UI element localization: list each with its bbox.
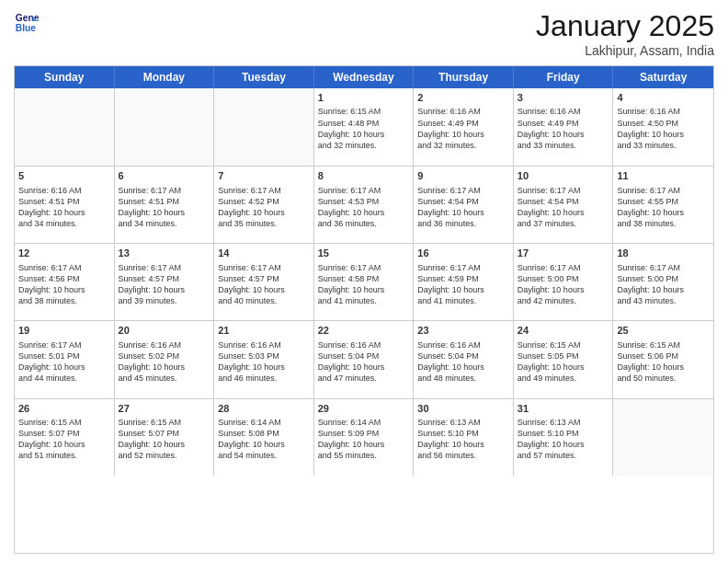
- day-cell: 27Sunrise: 6:15 AM Sunset: 5:07 PM Dayli…: [115, 399, 215, 476]
- day-cell: 11Sunrise: 6:17 AM Sunset: 4:55 PM Dayli…: [613, 167, 713, 243]
- day-number: 14: [218, 247, 310, 260]
- day-cell: 19Sunrise: 6:17 AM Sunset: 5:01 PM Dayli…: [15, 321, 115, 397]
- day-number: 24: [518, 324, 609, 338]
- day-cell: 24Sunrise: 6:15 AM Sunset: 5:05 PM Dayli…: [514, 321, 614, 397]
- day-cell: [115, 88, 215, 166]
- day-info: Sunrise: 6:15 AM Sunset: 5:07 PM Dayligh…: [119, 417, 210, 462]
- day-info: Sunrise: 6:17 AM Sunset: 4:52 PM Dayligh…: [218, 185, 310, 230]
- day-info: Sunrise: 6:17 AM Sunset: 4:58 PM Dayligh…: [318, 262, 410, 307]
- day-number: 18: [617, 247, 710, 260]
- day-cell: 10Sunrise: 6:17 AM Sunset: 4:54 PM Dayli…: [514, 167, 614, 243]
- day-info: Sunrise: 6:13 AM Sunset: 5:10 PM Dayligh…: [417, 417, 509, 462]
- day-number: 25: [617, 324, 710, 338]
- location: Lakhipur, Assam, India: [536, 43, 714, 58]
- day-cell: 3Sunrise: 6:16 AM Sunset: 4:49 PM Daylig…: [514, 88, 614, 166]
- day-info: Sunrise: 6:17 AM Sunset: 4:53 PM Dayligh…: [318, 185, 410, 230]
- day-number: 20: [119, 324, 210, 338]
- day-number: 31: [518, 402, 609, 416]
- day-cell: 15Sunrise: 6:17 AM Sunset: 4:58 PM Dayli…: [314, 244, 415, 320]
- day-info: Sunrise: 6:16 AM Sunset: 5:04 PM Dayligh…: [318, 339, 410, 385]
- day-info: Sunrise: 6:17 AM Sunset: 5:00 PM Dayligh…: [617, 262, 710, 307]
- day-number: 22: [318, 324, 410, 338]
- day-number: 27: [119, 402, 210, 416]
- day-header-monday: Monday: [115, 66, 215, 88]
- day-info: Sunrise: 6:16 AM Sunset: 4:51 PM Dayligh…: [18, 185, 110, 230]
- day-number: 9: [417, 169, 509, 183]
- day-cell: 9Sunrise: 6:17 AM Sunset: 4:54 PM Daylig…: [414, 167, 514, 243]
- day-info: Sunrise: 6:17 AM Sunset: 5:00 PM Dayligh…: [518, 262, 609, 307]
- week-row: 12Sunrise: 6:17 AM Sunset: 4:56 PM Dayli…: [15, 243, 713, 320]
- day-info: Sunrise: 6:15 AM Sunset: 4:48 PM Dayligh…: [318, 106, 410, 151]
- day-info: Sunrise: 6:15 AM Sunset: 5:06 PM Dayligh…: [617, 339, 710, 385]
- day-info: Sunrise: 6:17 AM Sunset: 4:57 PM Dayligh…: [119, 262, 210, 307]
- calendar: SundayMondayTuesdayWednesdayThursdayFrid…: [14, 65, 714, 554]
- day-cell: 29Sunrise: 6:14 AM Sunset: 5:09 PM Dayli…: [314, 399, 415, 476]
- day-cell: 25Sunrise: 6:15 AM Sunset: 5:06 PM Dayli…: [613, 321, 713, 397]
- day-header-sunday: Sunday: [15, 66, 115, 88]
- day-cell: [214, 88, 314, 166]
- svg-text:Blue: Blue: [16, 23, 37, 33]
- day-number: 15: [318, 247, 410, 260]
- day-number: 23: [417, 324, 509, 338]
- day-number: 28: [218, 402, 310, 416]
- day-info: Sunrise: 6:16 AM Sunset: 5:04 PM Dayligh…: [417, 339, 509, 385]
- day-cell: 23Sunrise: 6:16 AM Sunset: 5:04 PM Dayli…: [414, 321, 514, 397]
- week-row: 1Sunrise: 6:15 AM Sunset: 4:48 PM Daylig…: [15, 88, 713, 166]
- day-info: Sunrise: 6:16 AM Sunset: 4:50 PM Dayligh…: [617, 106, 710, 151]
- day-number: 29: [318, 402, 410, 416]
- day-number: 16: [417, 247, 509, 260]
- day-cell: 20Sunrise: 6:16 AM Sunset: 5:02 PM Dayli…: [115, 321, 215, 397]
- day-info: Sunrise: 6:17 AM Sunset: 5:01 PM Dayligh…: [18, 339, 110, 385]
- calendar-body: 1Sunrise: 6:15 AM Sunset: 4:48 PM Daylig…: [15, 88, 713, 553]
- day-cell: [613, 399, 713, 476]
- day-number: 10: [518, 169, 609, 183]
- day-cell: 1Sunrise: 6:15 AM Sunset: 4:48 PM Daylig…: [314, 88, 415, 166]
- week-row: 5Sunrise: 6:16 AM Sunset: 4:51 PM Daylig…: [15, 166, 713, 243]
- day-info: Sunrise: 6:16 AM Sunset: 5:03 PM Dayligh…: [218, 339, 310, 385]
- day-cell: 30Sunrise: 6:13 AM Sunset: 5:10 PM Dayli…: [414, 399, 514, 476]
- day-info: Sunrise: 6:14 AM Sunset: 5:09 PM Dayligh…: [318, 417, 410, 462]
- day-header-saturday: Saturday: [613, 66, 713, 88]
- week-row: 26Sunrise: 6:15 AM Sunset: 5:07 PM Dayli…: [15, 398, 713, 476]
- logo-icon: General Blue: [14, 9, 40, 35]
- day-cell: 5Sunrise: 6:16 AM Sunset: 4:51 PM Daylig…: [15, 167, 115, 243]
- day-cell: 4Sunrise: 6:16 AM Sunset: 4:50 PM Daylig…: [613, 88, 713, 166]
- week-row: 19Sunrise: 6:17 AM Sunset: 5:01 PM Dayli…: [15, 320, 713, 397]
- logo: General Blue: [14, 9, 40, 35]
- day-info: Sunrise: 6:17 AM Sunset: 4:59 PM Dayligh…: [417, 262, 509, 307]
- day-number: 4: [617, 91, 710, 105]
- day-info: Sunrise: 6:17 AM Sunset: 4:54 PM Dayligh…: [417, 185, 509, 230]
- day-header-wednesday: Wednesday: [314, 66, 415, 88]
- day-cell: 6Sunrise: 6:17 AM Sunset: 4:51 PM Daylig…: [115, 167, 215, 243]
- day-cell: 12Sunrise: 6:17 AM Sunset: 4:56 PM Dayli…: [15, 244, 115, 320]
- day-number: 12: [18, 247, 110, 260]
- day-cell: 2Sunrise: 6:16 AM Sunset: 4:49 PM Daylig…: [414, 88, 514, 166]
- day-info: Sunrise: 6:17 AM Sunset: 4:54 PM Dayligh…: [518, 185, 609, 230]
- day-header-friday: Friday: [514, 66, 614, 88]
- day-cell: 16Sunrise: 6:17 AM Sunset: 4:59 PM Dayli…: [414, 244, 514, 320]
- day-cell: 21Sunrise: 6:16 AM Sunset: 5:03 PM Dayli…: [214, 321, 314, 397]
- day-info: Sunrise: 6:14 AM Sunset: 5:08 PM Dayligh…: [218, 417, 310, 462]
- day-info: Sunrise: 6:17 AM Sunset: 4:57 PM Dayligh…: [218, 262, 310, 307]
- day-info: Sunrise: 6:17 AM Sunset: 4:55 PM Dayligh…: [617, 185, 710, 230]
- day-cell: 28Sunrise: 6:14 AM Sunset: 5:08 PM Dayli…: [214, 399, 314, 476]
- day-cell: 13Sunrise: 6:17 AM Sunset: 4:57 PM Dayli…: [115, 244, 215, 320]
- day-info: Sunrise: 6:17 AM Sunset: 4:56 PM Dayligh…: [18, 262, 110, 307]
- day-number: 13: [119, 247, 210, 260]
- title-block: January 2025 Lakhipur, Assam, India: [536, 9, 714, 58]
- day-cell: 17Sunrise: 6:17 AM Sunset: 5:00 PM Dayli…: [514, 244, 614, 320]
- day-number: 6: [119, 169, 210, 183]
- day-info: Sunrise: 6:17 AM Sunset: 4:51 PM Dayligh…: [119, 185, 210, 230]
- day-cell: 14Sunrise: 6:17 AM Sunset: 4:57 PM Dayli…: [214, 244, 314, 320]
- day-cell: 26Sunrise: 6:15 AM Sunset: 5:07 PM Dayli…: [15, 399, 115, 476]
- day-header-thursday: Thursday: [414, 66, 514, 88]
- day-cell: [15, 88, 115, 166]
- day-number: 3: [518, 91, 609, 105]
- month-title: January 2025: [536, 9, 714, 43]
- day-number: 21: [218, 324, 310, 338]
- day-number: 26: [18, 402, 110, 416]
- svg-text:General: General: [16, 13, 40, 23]
- page-header: General Blue January 2025 Lakhipur, Assa…: [14, 9, 714, 58]
- day-cell: 7Sunrise: 6:17 AM Sunset: 4:52 PM Daylig…: [214, 167, 314, 243]
- day-number: 7: [218, 169, 310, 183]
